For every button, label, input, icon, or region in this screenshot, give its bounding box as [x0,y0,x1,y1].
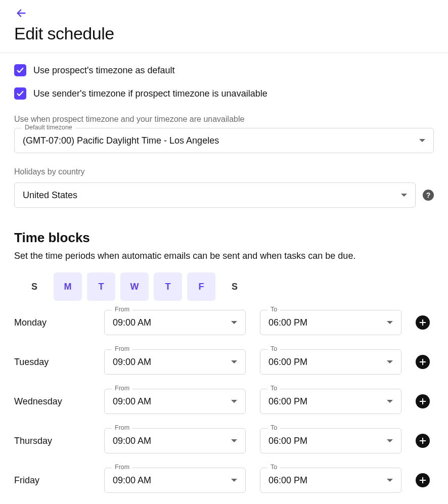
check-icon [16,66,24,74]
day-toggle-1[interactable]: M [54,272,82,301]
day-toggle-0[interactable]: S [20,272,49,301]
from-time-select[interactable]: From09:00 AM [104,428,246,453]
checkbox-use-sender-tz[interactable] [14,87,26,100]
day-strip: SMTWTFS [20,272,434,301]
holidays-country-select[interactable]: United States [14,182,416,208]
add-time-block-button[interactable] [416,394,430,408]
day-toggle-6[interactable]: S [220,272,249,301]
day-toggle-5[interactable]: F [187,272,215,301]
from-time-select[interactable]: From09:00 AM [104,389,246,414]
check-icon [16,89,24,98]
checkbox-label-sender-tz: Use sender's timezone if prospect timezo… [33,88,267,99]
from-label: From [112,464,132,471]
from-time-select[interactable]: From09:00 AM [104,349,246,375]
checkbox-row-prospect-tz: Use prospect's timezone as default [14,64,434,76]
plus-icon [419,437,427,445]
time-row: TuesdayFrom09:00 AMTo06:00 PM [14,349,434,375]
day-toggle-3[interactable]: W [120,272,149,301]
help-icon[interactable]: ? [423,190,434,201]
time-row: MondayFrom09:00 AMTo06:00 PM [14,310,434,335]
day-name: Tuesday [14,357,90,368]
time-row: FridayFrom09:00 AMTo06:00 PM [14,468,434,493]
chevron-down-icon [231,400,237,403]
to-label: To [267,306,280,313]
default-timezone-label: Default timezone [22,124,75,131]
chevron-down-icon [231,321,237,324]
checkbox-use-prospect-tz[interactable] [14,64,26,76]
day-name: Monday [14,317,90,328]
page-title: Edit schedule [14,24,434,43]
holidays-label: Holidays by country [14,167,434,176]
chevron-down-icon [387,479,393,482]
chevron-down-icon [231,439,237,442]
from-label: From [112,424,132,431]
day-toggle-2[interactable]: T [87,272,115,301]
default-timezone-value: (GMT-07:00) Pacific Daylight Time - Los … [23,135,419,146]
checkbox-label-prospect-tz: Use prospect's timezone as default [33,65,175,76]
to-label: To [267,345,280,352]
to-time-select[interactable]: To06:00 PM [260,389,401,414]
to-value: 06:00 PM [268,396,387,407]
to-value: 06:00 PM [268,475,387,486]
default-tz-helper-text: Use when prospect timezone and your time… [14,115,434,124]
to-value: 06:00 PM [268,317,387,328]
time-row: WednesdayFrom09:00 AMTo06:00 PM [14,389,434,414]
to-label: To [267,385,280,392]
divider [0,53,448,53]
plus-icon [419,318,427,327]
from-value: 09:00 AM [113,357,231,368]
checkbox-row-sender-tz: Use sender's timezone if prospect timezo… [14,87,434,100]
chevron-down-icon [387,360,393,363]
day-name: Thursday [14,436,90,446]
from-label: From [112,306,132,313]
chevron-down-icon [387,400,393,403]
from-value: 09:00 AM [113,436,231,446]
to-label: To [267,424,280,431]
add-time-block-button[interactable] [416,315,430,330]
plus-icon [419,358,427,366]
to-time-select[interactable]: To06:00 PM [260,428,401,453]
arrow-left-icon [16,8,27,19]
add-time-block-button[interactable] [416,434,430,448]
from-label: From [112,385,132,392]
chevron-down-icon [387,321,393,324]
back-button[interactable] [14,6,28,20]
chevron-down-icon [231,360,237,363]
time-blocks-title: Time blocks [14,230,434,246]
to-value: 06:00 PM [268,436,387,446]
plus-icon [419,476,427,484]
time-blocks-desc: Set the time periods when automatic emai… [14,251,434,261]
to-label: To [267,464,280,471]
from-value: 09:00 AM [113,475,231,486]
to-time-select[interactable]: To06:00 PM [260,310,401,335]
from-label: From [112,345,132,352]
from-value: 09:00 AM [113,396,231,407]
from-value: 09:00 AM [113,317,231,328]
holidays-country-value: United States [23,190,401,201]
to-time-select[interactable]: To06:00 PM [260,468,401,493]
time-row: ThursdayFrom09:00 AMTo06:00 PM [14,428,434,453]
chevron-down-icon [419,139,425,142]
day-name: Wednesday [14,396,90,407]
to-value: 06:00 PM [268,357,387,368]
chevron-down-icon [387,439,393,442]
to-time-select[interactable]: To06:00 PM [260,349,401,375]
from-time-select[interactable]: From09:00 AM [104,468,246,493]
plus-icon [419,397,427,405]
chevron-down-icon [401,194,407,197]
default-timezone-select[interactable]: Default timezone (GMT-07:00) Pacific Day… [14,128,434,153]
chevron-down-icon [231,479,237,482]
add-time-block-button[interactable] [416,473,430,487]
day-toggle-4[interactable]: T [154,272,182,301]
from-time-select[interactable]: From09:00 AM [104,310,246,335]
add-time-block-button[interactable] [416,355,430,369]
day-name: Friday [14,475,90,486]
